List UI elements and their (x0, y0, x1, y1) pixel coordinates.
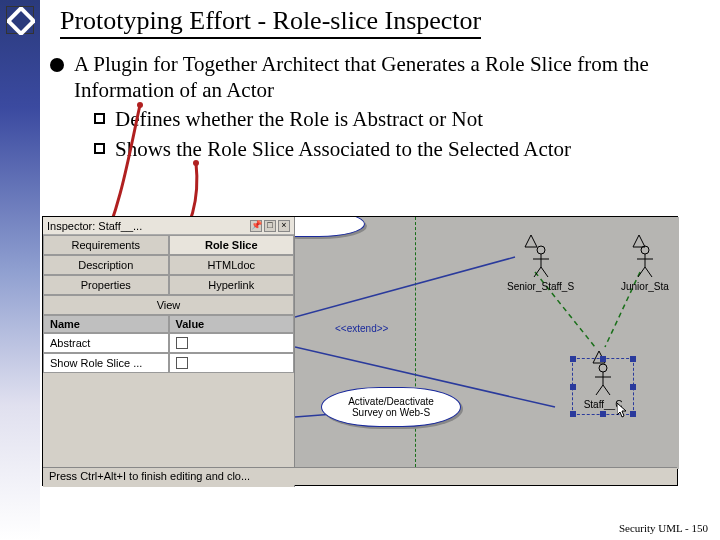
status-bar: Press Ctrl+Alt+I to finish editing and c… (43, 467, 677, 485)
inspector-panel: Inspector: Staff__... 📌 □ × Requirements… (43, 217, 295, 487)
svg-line-4 (295, 257, 515, 317)
status-text: Press Ctrl+Alt+I to finish editing and c… (49, 470, 250, 482)
uconn-logo (6, 6, 34, 34)
tab-description[interactable]: Description (43, 255, 169, 275)
slide-title: Prototyping Effort - Role-slice Inspecto… (60, 6, 700, 39)
row-abstract-label: Abstract (43, 333, 169, 353)
bullet-sub1: Defines whether the Role is Abstract or … (115, 107, 483, 133)
bullet-icon (50, 58, 64, 72)
tab-requirements[interactable]: Requirements (43, 235, 169, 255)
usecase-label: Activate/Deactivate Survey on Web-S (348, 396, 434, 418)
col-name-header: Name (43, 315, 169, 333)
actor-senior-staff[interactable]: Senior_Staff_S (507, 245, 574, 292)
row-showrs-label: Show Role Slice ... (43, 353, 169, 373)
diagram-canvas[interactable]: Senior_Staff_S Junior_Sta Staff__C <<ext… (295, 217, 679, 469)
slide-body: A Plugin for Together Architect that Gen… (50, 52, 700, 162)
actor-icon (591, 363, 615, 397)
actor-icon (529, 245, 553, 279)
col-value-header: Value (169, 315, 295, 333)
svg-line-26 (603, 385, 610, 395)
cursor-icon (617, 403, 629, 419)
svg-line-16 (541, 267, 548, 277)
usecase-activate-deactivate[interactable]: Activate/Deactivate Survey on Web-S (321, 387, 461, 427)
row-showrs-value[interactable] (169, 353, 295, 373)
actor-staff-c-selected[interactable]: Staff__C (573, 359, 633, 414)
inspector-title-label: Inspector: Staff__... (47, 220, 142, 232)
close-icon[interactable]: × (278, 220, 290, 232)
tab-view[interactable]: View (43, 295, 294, 315)
maximize-icon[interactable]: □ (264, 220, 276, 232)
svg-point-17 (641, 246, 649, 254)
bullet-main: A Plugin for Together Architect that Gen… (74, 52, 700, 103)
abstract-checkbox[interactable] (176, 337, 188, 349)
tab-hyperlink[interactable]: Hyperlink (169, 275, 295, 295)
subbullet-icon (94, 143, 105, 154)
inspector-titlebar: Inspector: Staff__... 📌 □ × (43, 217, 294, 235)
row-abstract-value[interactable] (169, 333, 295, 353)
actor-icon (633, 245, 657, 279)
tab-properties[interactable]: Properties (43, 275, 169, 295)
actor-label: Senior_Staff_S (507, 281, 574, 292)
svg-point-22 (599, 364, 607, 372)
subbullet-icon (94, 113, 105, 124)
svg-line-15 (534, 267, 541, 277)
pin-icon[interactable]: 📌 (250, 220, 262, 232)
svg-line-21 (645, 267, 652, 277)
tab-htmldoc[interactable]: HTMLdoc (169, 255, 295, 275)
show-role-slice-checkbox[interactable] (176, 357, 188, 369)
svg-point-12 (537, 246, 545, 254)
stereotype-label: <<extend>> (335, 323, 388, 334)
screenshot-panel: Inspector: Staff__... 📌 □ × Requirements… (42, 216, 678, 486)
tab-role-slice[interactable]: Role Slice (169, 235, 295, 255)
sidebar-gradient (0, 0, 40, 540)
actor-junior-staff[interactable]: Junior_Sta (621, 245, 669, 292)
bullet-sub2: Shows the Role Slice Associated to the S… (115, 137, 571, 163)
svg-line-20 (638, 267, 645, 277)
slide-footer: Security UML - 150 (619, 522, 708, 534)
svg-line-25 (596, 385, 603, 395)
actor-label: Junior_Sta (621, 281, 669, 292)
